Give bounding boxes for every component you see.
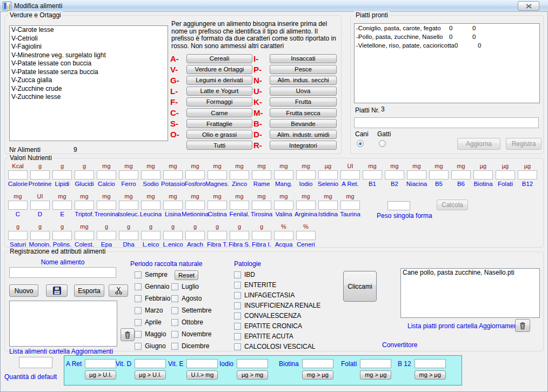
category-button-legumi-e-derivati[interactable]: Legumi e derivati [186,76,252,85]
nutrient-input-treonina[interactable] [97,201,116,210]
month-checkbox-maggio[interactable]: Maggio [135,330,166,338]
nutrient-input-arach[interactable] [185,231,205,240]
category-button-formaggi[interactable]: Formaggi [186,97,252,107]
nutrient-input-calcio[interactable] [97,170,116,180]
checkbox[interactable] [234,292,241,299]
dish-list-item[interactable]: -Pollo, pasta, zucchine, Nasello00 [355,32,539,41]
converter-button-vit-e[interactable]: U.I.> mg [186,370,218,380]
category-button-frutta[interactable]: Frutta [270,97,337,107]
patologia-checkbox-ibd[interactable]: IBD [234,271,255,278]
month-checkbox-luglio[interactable]: Luglio [171,283,199,290]
category-button-insaccati[interactable]: Insaccati [270,54,337,63]
patologia-checkbox-linfagectasia[interactable]: LINFAGECTASIA [234,291,295,299]
nutrient-input-b6[interactable] [451,170,471,180]
nutrient-input-leucina[interactable] [141,201,161,210]
checkbox[interactable] [234,282,241,289]
month-checkbox-febbraio[interactable]: Febbraio [135,295,170,302]
checkbox[interactable] [171,343,178,350]
registra-button[interactable]: Registra [506,138,542,150]
piatti-files-listbox[interactable]: Cane pollo, pasta zucchine, Nasello.pti [400,268,540,318]
converter-input-vit-e[interactable] [186,359,218,368]
nutrient-input-isoleuc[interactable] [119,201,138,210]
converter-button-a-ret[interactable]: µg > U.I. [85,370,116,380]
converter-input-folati[interactable] [360,359,391,368]
food-list-item[interactable]: V-Fagiolini [10,43,168,51]
food-list-item[interactable]: V-Cetrioli [10,35,168,43]
category-button-uova[interactable]: Uova [270,87,337,96]
nutrient-input-arginina[interactable] [296,201,316,210]
converter-button-folati[interactable]: mg > µg [360,370,391,380]
nutrient-input-istidina[interactable] [318,201,338,210]
converter-input-a-ret[interactable] [85,359,116,368]
nutrient-input-fosforo[interactable] [185,170,205,180]
nutrient-input-polins[interactable] [52,231,72,240]
checkbox[interactable] [135,319,142,326]
category-button-alim-industr-umidi[interactable]: Alim. industr. umidi [270,130,337,139]
month-checkbox-aprile[interactable]: Aprile [135,318,162,326]
category-button-verdure-e-ortaggi[interactable]: Verdure e Ortaggi [186,65,252,74]
month-checkbox-settembre[interactable]: Settembre [171,307,211,314]
nutrient-input-l-eico[interactable] [141,231,161,240]
food-list-item[interactable]: V-Patate lessate con buccia [10,59,168,68]
delete-alimento-button[interactable] [121,328,135,341]
nutrient-input-calorie[interactable] [8,170,28,180]
checkbox[interactable] [171,295,178,302]
checkbox[interactable] [234,343,241,350]
peso-singola-forma-input[interactable] [387,201,410,210]
month-checkbox-marzo[interactable]: Marzo [135,307,163,314]
checkbox[interactable] [135,307,142,314]
nutrient-input-folati[interactable] [496,170,515,180]
category-button-frattaglie[interactable]: Frattaglie [186,119,252,128]
category-button-olio-e-grassi[interactable]: Olio e grassi [186,130,252,139]
checkbox[interactable] [171,331,178,338]
nutrient-input-mang[interactable] [274,170,293,180]
piatto-file-item[interactable]: Cane pollo, pasta zucchine, Nasello.pti [401,269,539,277]
nutrient-input-ceneri[interactable] [296,231,316,240]
alimenti-registrati-listbox[interactable] [9,301,117,347]
patologia-checkbox-epatite-acuta[interactable]: EPATITE ACUTA [234,333,293,340]
checkbox[interactable] [135,283,142,290]
nutrient-input-fibra-s[interactable] [230,231,249,240]
nutrient-input-saturi[interactable] [8,231,28,240]
gatti-radio[interactable] [379,140,386,147]
nutrient-input-cistina[interactable] [208,201,227,210]
nutrient-input-ferro[interactable] [119,170,138,180]
nutrient-input-iodio[interactable] [296,170,316,180]
nutrient-input-acqua[interactable] [274,231,293,240]
cani-radio[interactable] [357,140,364,147]
nutrient-input-lipidi[interactable] [52,170,72,180]
nutrient-input-lisina[interactable] [163,201,183,210]
converter-button-b-12[interactable]: mg > µg [415,370,446,380]
checkbox[interactable] [234,271,241,278]
nutrient-input-proteine[interactable] [30,170,50,180]
checkbox[interactable] [135,331,142,338]
category-button-pesce[interactable]: Pesce [270,65,337,74]
food-list-item[interactable]: V-Zucchine lesse [10,93,168,102]
reset-button[interactable]: Reset [175,270,198,280]
save-button[interactable] [46,284,68,297]
dish-list-item[interactable]: -Coniglio, pasta, carote, fegato00 [355,24,539,32]
converter-input-biotina[interactable] [302,359,333,368]
month-checkbox-gennaio[interactable]: Gennaio [135,283,169,290]
nutrient-input-magnes[interactable] [208,170,227,180]
checkbox[interactable] [135,343,142,350]
converter-input-vit-d[interactable] [135,359,166,368]
checkbox[interactable] [171,283,178,290]
nutrient-input-metionina[interactable] [185,201,205,210]
category-button-bevande[interactable]: Bevande [270,119,337,128]
checkbox[interactable] [234,333,241,340]
quantita-default-input[interactable] [19,357,52,368]
patologia-checkbox-convalescenza[interactable]: CONVALESCENZA [234,312,301,320]
food-list-item[interactable]: V-Patate lessate senza buccia [10,68,168,77]
checkbox[interactable] [171,319,178,326]
category-button-cereali[interactable]: Cereali [186,54,252,63]
cliccami-button[interactable]: Cliccami [343,271,377,302]
nutrient-input-fibra-t[interactable] [208,231,227,240]
delete-piatto-button[interactable] [515,319,530,332]
nutrient-input-epa[interactable] [97,231,116,240]
converter-button-iodio[interactable]: µg > mg [237,370,268,380]
piatti-pronti-listbox[interactable]: -Coniglio, pasta, carote, fegato00-Pollo… [354,23,540,103]
nutrient-input-sodio[interactable] [141,170,161,180]
checkbox[interactable] [234,323,241,330]
patologia-checkbox-epatite-cronica[interactable]: EPATITE CRONICA [234,322,302,330]
